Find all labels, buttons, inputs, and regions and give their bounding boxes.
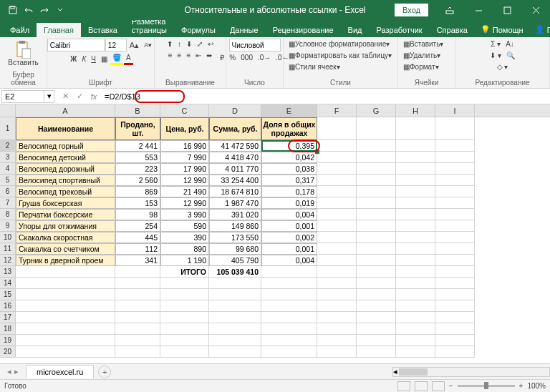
redo-icon[interactable] <box>37 3 52 17</box>
minimize-icon[interactable] <box>464 0 493 20</box>
col-header-a[interactable]: A <box>16 104 115 117</box>
row-header[interactable]: 12 <box>0 255 16 266</box>
cell[interactable] <box>396 117 435 140</box>
cell[interactable] <box>357 346 396 358</box>
cell[interactable] <box>435 220 475 232</box>
cell[interactable] <box>160 300 209 312</box>
align-left-icon[interactable]: ≡ <box>166 50 175 61</box>
decrease-font-icon[interactable]: A▾ <box>142 40 154 50</box>
undo-icon[interactable] <box>21 3 36 17</box>
view-layout-icon[interactable] <box>415 381 428 391</box>
cell-share[interactable]: 0,002 <box>261 232 317 243</box>
cell-sum[interactable]: 149 860 <box>209 220 261 232</box>
cell[interactable] <box>115 312 160 323</box>
row-header[interactable]: 15 <box>0 289 16 300</box>
cell[interactable] <box>396 232 435 243</box>
cell-share[interactable]: 0,001 <box>261 220 317 232</box>
cell[interactable] <box>160 346 209 358</box>
name-box[interactable]: E2 <box>1 90 44 103</box>
sheet-nav-next-icon[interactable]: ▸ <box>14 367 19 376</box>
horizontal-scrollbar[interactable]: ◂ <box>392 367 550 377</box>
table-header[interactable]: Цена, руб. <box>160 117 209 140</box>
cell[interactable] <box>16 278 115 289</box>
cell-name[interactable]: Скакалка скоростная <box>16 232 115 243</box>
cell-price[interactable]: 12 990 <box>160 175 209 186</box>
clear-icon[interactable]: ◇ ▾ <box>495 62 511 72</box>
col-header-g[interactable]: G <box>357 104 396 117</box>
delete-cells-button[interactable]: ▦ Удалить ▾ <box>401 50 443 61</box>
cell-share[interactable]: 0,042 <box>261 152 317 163</box>
table-header[interactable]: Продано, шт. <box>115 117 160 140</box>
cell-qty[interactable]: 341 <box>115 255 160 266</box>
add-sheet-button[interactable]: + <box>98 366 111 378</box>
cell[interactable] <box>115 266 160 278</box>
cell-price[interactable]: 12 990 <box>160 197 209 209</box>
cell[interactable] <box>115 289 160 300</box>
cell[interactable] <box>357 266 396 278</box>
qat-dropdown-icon[interactable] <box>53 3 67 17</box>
cell[interactable] <box>396 335 435 346</box>
cell[interactable] <box>396 255 435 266</box>
border-icon[interactable]: ▦ <box>99 54 110 64</box>
cell-sum[interactable]: 391 020 <box>209 209 261 220</box>
cell-total-label[interactable]: ИТОГО <box>160 266 209 278</box>
cell-name[interactable]: Велосипед детский <box>16 152 115 163</box>
cell[interactable] <box>357 300 396 312</box>
formula-input[interactable] <box>100 90 550 103</box>
close-icon[interactable] <box>521 0 550 20</box>
cell[interactable] <box>16 312 115 323</box>
cell[interactable] <box>160 335 209 346</box>
cell[interactable] <box>435 266 475 278</box>
cell-price[interactable]: 17 990 <box>160 163 209 175</box>
align-bottom-icon[interactable]: ⬇ <box>184 39 194 49</box>
cell[interactable] <box>317 209 357 220</box>
row-header[interactable]: 5 <box>0 175 16 186</box>
cell[interactable] <box>209 323 261 335</box>
cell[interactable] <box>396 323 435 335</box>
col-header-d[interactable]: D <box>209 104 261 117</box>
view-normal-icon[interactable] <box>397 381 410 391</box>
autosum-icon[interactable]: Σ ▾ <box>488 39 503 49</box>
cell[interactable] <box>16 335 115 346</box>
cell[interactable] <box>435 175 475 186</box>
cell-qty[interactable]: 223 <box>115 163 160 175</box>
cell[interactable] <box>261 323 317 335</box>
cell[interactable] <box>317 197 357 209</box>
cell-qty[interactable]: 869 <box>115 186 160 197</box>
row-header[interactable]: 14 <box>0 278 16 289</box>
cell[interactable] <box>317 255 357 266</box>
cell[interactable] <box>435 209 475 220</box>
cell[interactable] <box>261 289 317 300</box>
align-center-icon[interactable]: ≡ <box>175 50 184 61</box>
cell[interactable] <box>435 289 475 300</box>
paste-button[interactable]: Вставить <box>6 39 40 68</box>
cell[interactable] <box>357 140 396 152</box>
cell-name[interactable]: Турник в дверной проем <box>16 255 115 266</box>
percent-icon[interactable]: % <box>227 52 238 63</box>
cell[interactable] <box>317 175 357 186</box>
cell[interactable] <box>396 209 435 220</box>
cell[interactable] <box>317 243 357 255</box>
cell[interactable] <box>435 186 475 197</box>
select-all-corner[interactable] <box>0 104 16 117</box>
cell[interactable] <box>357 197 396 209</box>
tab-file[interactable]: Файл <box>3 23 37 37</box>
zoom-in-icon[interactable]: + <box>519 382 524 390</box>
indent-decrease-icon[interactable]: ⇤ <box>193 50 203 61</box>
sheet-nav-prev-icon[interactable]: ◂ <box>7 367 11 376</box>
cell[interactable] <box>435 117 475 140</box>
table-header[interactable]: Доля в общих продажах <box>261 117 317 140</box>
number-format-select[interactable] <box>229 39 281 52</box>
align-right-icon[interactable]: ≡ <box>184 50 193 61</box>
cell[interactable] <box>317 323 357 335</box>
cell[interactable] <box>160 323 209 335</box>
cell-price[interactable]: 21 490 <box>160 186 209 197</box>
col-header-b[interactable]: B <box>115 104 160 117</box>
cell[interactable] <box>396 243 435 255</box>
cell-qty[interactable]: 254 <box>115 220 160 232</box>
cell[interactable] <box>115 278 160 289</box>
cell-name[interactable]: Велосипед спортивный <box>16 175 115 186</box>
comma-icon[interactable]: 000 <box>238 52 255 63</box>
cancel-formula-icon[interactable]: ✕ <box>59 90 72 103</box>
format-table-button[interactable]: ▦ Форматировать как таблицу ▾ <box>286 50 394 61</box>
